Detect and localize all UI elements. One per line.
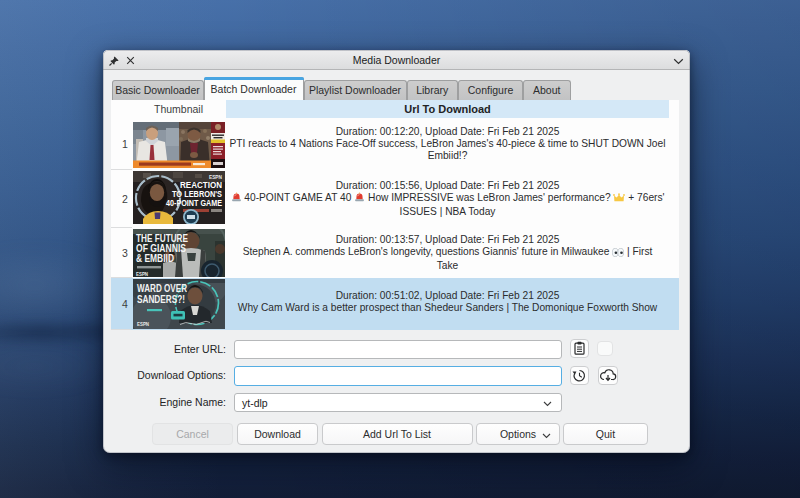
svg-text:ESPN: ESPN — [137, 320, 149, 326]
svg-text:40-POINT GAME: 40-POINT GAME — [166, 198, 222, 208]
svg-text:& EMBIID: & EMBIID — [136, 253, 174, 264]
svg-text:ESPN: ESPN — [136, 270, 148, 276]
svg-text:ESPN: ESPN — [209, 174, 222, 180]
svg-text:SANDERS?!: SANDERS?! — [137, 294, 185, 305]
svg-text:WARD OVER: WARD OVER — [137, 283, 188, 294]
